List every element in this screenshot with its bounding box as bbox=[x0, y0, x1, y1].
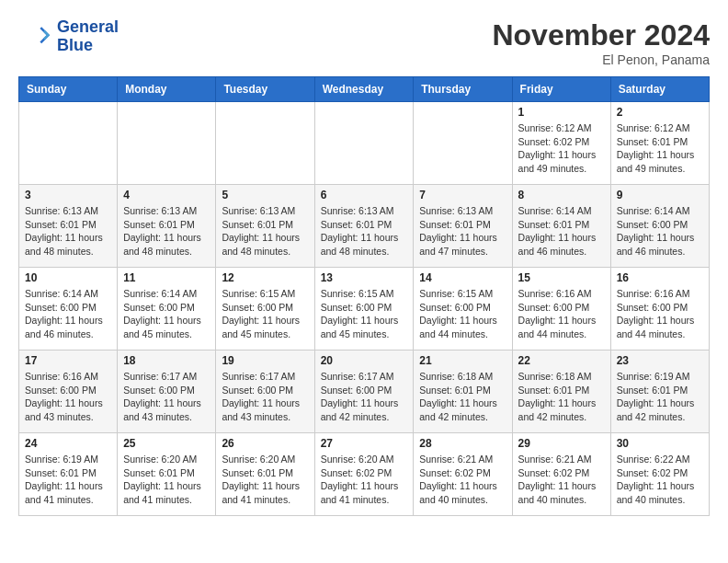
day-info: Sunrise: 6:21 AM Sunset: 6:02 PM Dayligh… bbox=[518, 453, 605, 507]
weekday-header-tuesday: Tuesday bbox=[216, 77, 314, 102]
day-info: Sunrise: 6:14 AM Sunset: 6:00 PM Dayligh… bbox=[123, 287, 210, 341]
day-number: 19 bbox=[222, 354, 308, 367]
calendar-cell: 6Sunrise: 6:13 AM Sunset: 6:01 PM Daylig… bbox=[314, 185, 414, 268]
day-info: Sunrise: 6:15 AM Sunset: 6:00 PM Dayligh… bbox=[321, 287, 408, 341]
weekday-header-sunday: Sunday bbox=[19, 77, 118, 102]
day-info: Sunrise: 6:20 AM Sunset: 6:02 PM Dayligh… bbox=[321, 453, 408, 507]
calendar-cell: 26Sunrise: 6:20 AM Sunset: 6:01 PM Dayli… bbox=[216, 433, 314, 516]
day-number: 1 bbox=[518, 106, 605, 119]
day-info: Sunrise: 6:14 AM Sunset: 6:01 PM Dayligh… bbox=[518, 204, 605, 259]
calendar-cell: 23Sunrise: 6:19 AM Sunset: 6:01 PM Dayli… bbox=[610, 350, 709, 433]
day-info: Sunrise: 6:13 AM Sunset: 6:01 PM Dayligh… bbox=[123, 204, 210, 259]
weekday-header-friday: Friday bbox=[512, 77, 610, 102]
day-number: 21 bbox=[419, 354, 506, 367]
calendar-cell: 13Sunrise: 6:15 AM Sunset: 6:00 PM Dayli… bbox=[314, 268, 414, 350]
calendar-cell: 9Sunrise: 6:14 AM Sunset: 6:00 PM Daylig… bbox=[610, 185, 709, 268]
calendar-header-row: SundayMondayTuesdayWednesdayThursdayFrid… bbox=[19, 77, 710, 102]
calendar-table: SundayMondayTuesdayWednesdayThursdayFrid… bbox=[18, 76, 710, 516]
day-number: 13 bbox=[321, 271, 408, 284]
day-number: 14 bbox=[419, 271, 506, 284]
day-number: 30 bbox=[617, 437, 703, 450]
day-number: 22 bbox=[518, 354, 605, 367]
day-info: Sunrise: 6:16 AM Sunset: 6:00 PM Dayligh… bbox=[617, 287, 703, 341]
day-number: 3 bbox=[25, 189, 111, 201]
day-number: 17 bbox=[25, 354, 111, 367]
day-number: 24 bbox=[25, 437, 111, 450]
calendar-cell bbox=[216, 102, 314, 185]
day-number: 16 bbox=[617, 271, 703, 284]
month-title: November 2024 bbox=[492, 18, 710, 52]
calendar-cell: 4Sunrise: 6:13 AM Sunset: 6:01 PM Daylig… bbox=[118, 185, 216, 268]
day-info: Sunrise: 6:15 AM Sunset: 6:00 PM Dayligh… bbox=[419, 287, 506, 341]
calendar-cell: 22Sunrise: 6:18 AM Sunset: 6:01 PM Dayli… bbox=[512, 350, 610, 433]
day-info: Sunrise: 6:12 AM Sunset: 6:01 PM Dayligh… bbox=[617, 121, 703, 176]
day-number: 4 bbox=[123, 189, 210, 201]
calendar-cell: 5Sunrise: 6:13 AM Sunset: 6:01 PM Daylig… bbox=[216, 185, 314, 268]
day-number: 7 bbox=[419, 189, 506, 201]
day-info: Sunrise: 6:19 AM Sunset: 6:01 PM Dayligh… bbox=[617, 370, 703, 424]
day-info: Sunrise: 6:13 AM Sunset: 6:01 PM Dayligh… bbox=[321, 204, 408, 259]
calendar-week-4: 17Sunrise: 6:16 AM Sunset: 6:00 PM Dayli… bbox=[19, 350, 710, 433]
logo: General Blue bbox=[18, 18, 119, 55]
logo-line1: General bbox=[57, 17, 119, 36]
day-info: Sunrise: 6:13 AM Sunset: 6:01 PM Dayligh… bbox=[25, 204, 111, 259]
calendar-cell: 10Sunrise: 6:14 AM Sunset: 6:00 PM Dayli… bbox=[19, 268, 118, 350]
day-number: 10 bbox=[25, 271, 111, 284]
day-number: 27 bbox=[321, 437, 408, 450]
day-info: Sunrise: 6:13 AM Sunset: 6:01 PM Dayligh… bbox=[222, 204, 308, 259]
calendar-cell: 2Sunrise: 6:12 AM Sunset: 6:01 PM Daylig… bbox=[610, 102, 709, 185]
calendar-cell: 25Sunrise: 6:20 AM Sunset: 6:01 PM Dayli… bbox=[118, 433, 216, 516]
calendar-cell: 16Sunrise: 6:16 AM Sunset: 6:00 PM Dayli… bbox=[610, 268, 709, 350]
day-number: 11 bbox=[123, 271, 210, 284]
day-number: 20 bbox=[321, 354, 408, 367]
day-number: 26 bbox=[222, 437, 308, 450]
calendar-cell: 1Sunrise: 6:12 AM Sunset: 6:02 PM Daylig… bbox=[512, 102, 610, 185]
calendar-cell: 15Sunrise: 6:16 AM Sunset: 6:00 PM Dayli… bbox=[512, 268, 610, 350]
day-number: 6 bbox=[321, 189, 408, 201]
weekday-header-wednesday: Wednesday bbox=[314, 77, 414, 102]
day-info: Sunrise: 6:20 AM Sunset: 6:01 PM Dayligh… bbox=[222, 453, 308, 507]
day-info: Sunrise: 6:12 AM Sunset: 6:02 PM Dayligh… bbox=[518, 121, 605, 176]
calendar-cell: 3Sunrise: 6:13 AM Sunset: 6:01 PM Daylig… bbox=[19, 185, 118, 268]
calendar-cell bbox=[414, 102, 512, 185]
weekday-header-saturday: Saturday bbox=[610, 77, 709, 102]
day-info: Sunrise: 6:17 AM Sunset: 6:00 PM Dayligh… bbox=[321, 370, 408, 424]
day-number: 18 bbox=[123, 354, 210, 367]
calendar-cell: 27Sunrise: 6:20 AM Sunset: 6:02 PM Dayli… bbox=[314, 433, 414, 516]
calendar-cell: 30Sunrise: 6:22 AM Sunset: 6:02 PM Dayli… bbox=[610, 433, 709, 516]
calendar-cell: 11Sunrise: 6:14 AM Sunset: 6:00 PM Dayli… bbox=[118, 268, 216, 350]
page-header: General Blue November 2024 El Penon, Pan… bbox=[18, 18, 710, 67]
calendar-cell: 12Sunrise: 6:15 AM Sunset: 6:00 PM Dayli… bbox=[216, 268, 314, 350]
weekday-header-thursday: Thursday bbox=[414, 77, 512, 102]
day-info: Sunrise: 6:17 AM Sunset: 6:00 PM Dayligh… bbox=[222, 370, 308, 424]
calendar-cell: 29Sunrise: 6:21 AM Sunset: 6:02 PM Dayli… bbox=[512, 433, 610, 516]
day-info: Sunrise: 6:19 AM Sunset: 6:01 PM Dayligh… bbox=[25, 453, 111, 507]
day-info: Sunrise: 6:14 AM Sunset: 6:00 PM Dayligh… bbox=[617, 204, 703, 259]
calendar-cell bbox=[19, 102, 118, 185]
day-info: Sunrise: 6:15 AM Sunset: 6:00 PM Dayligh… bbox=[222, 287, 308, 341]
day-info: Sunrise: 6:20 AM Sunset: 6:01 PM Dayligh… bbox=[123, 453, 210, 507]
title-block: November 2024 El Penon, Panama bbox=[492, 18, 710, 67]
calendar-cell: 28Sunrise: 6:21 AM Sunset: 6:02 PM Dayli… bbox=[414, 433, 512, 516]
calendar-cell: 8Sunrise: 6:14 AM Sunset: 6:01 PM Daylig… bbox=[512, 185, 610, 268]
day-number: 29 bbox=[518, 437, 605, 450]
calendar-cell: 18Sunrise: 6:17 AM Sunset: 6:00 PM Dayli… bbox=[118, 350, 216, 433]
day-number: 8 bbox=[518, 189, 605, 201]
day-info: Sunrise: 6:21 AM Sunset: 6:02 PM Dayligh… bbox=[419, 453, 506, 507]
calendar-cell bbox=[314, 102, 414, 185]
calendar-cell: 7Sunrise: 6:13 AM Sunset: 6:01 PM Daylig… bbox=[414, 185, 512, 268]
calendar-week-3: 10Sunrise: 6:14 AM Sunset: 6:00 PM Dayli… bbox=[19, 268, 710, 350]
day-info: Sunrise: 6:18 AM Sunset: 6:01 PM Dayligh… bbox=[419, 370, 506, 424]
day-info: Sunrise: 6:17 AM Sunset: 6:00 PM Dayligh… bbox=[123, 370, 210, 424]
day-number: 12 bbox=[222, 271, 308, 284]
calendar-week-2: 3Sunrise: 6:13 AM Sunset: 6:01 PM Daylig… bbox=[19, 185, 710, 268]
calendar-week-1: 1Sunrise: 6:12 AM Sunset: 6:02 PM Daylig… bbox=[19, 102, 710, 185]
logo-icon bbox=[18, 20, 51, 53]
day-info: Sunrise: 6:22 AM Sunset: 6:02 PM Dayligh… bbox=[617, 453, 703, 507]
calendar-cell: 19Sunrise: 6:17 AM Sunset: 6:00 PM Dayli… bbox=[216, 350, 314, 433]
logo-line2: Blue bbox=[57, 36, 93, 54]
calendar-week-5: 24Sunrise: 6:19 AM Sunset: 6:01 PM Dayli… bbox=[19, 433, 710, 516]
day-info: Sunrise: 6:18 AM Sunset: 6:01 PM Dayligh… bbox=[518, 370, 605, 424]
day-info: Sunrise: 6:14 AM Sunset: 6:00 PM Dayligh… bbox=[25, 287, 111, 341]
day-info: Sunrise: 6:16 AM Sunset: 6:00 PM Dayligh… bbox=[25, 370, 111, 424]
